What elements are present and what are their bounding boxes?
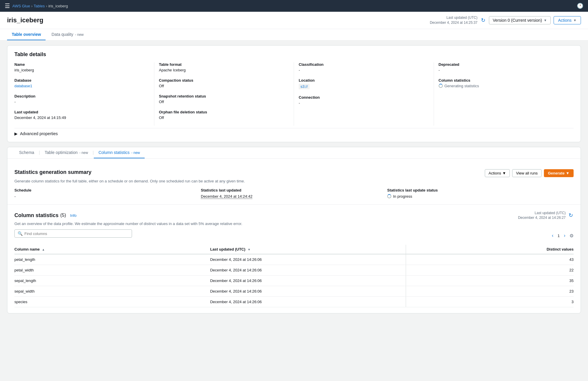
generate-button[interactable]: Generate ▼ xyxy=(544,169,574,177)
s3-location-value[interactable]: s3:// xyxy=(299,84,310,89)
in-progress-status: In progress xyxy=(387,194,574,199)
actions-button-header[interactable]: Actions ▼ xyxy=(554,16,581,24)
stats-grid: Schedule - Statistics last updated Decem… xyxy=(14,188,574,199)
tab-table-overview[interactable]: Table overview xyxy=(7,29,46,40)
generating-spinner-icon xyxy=(439,84,443,88)
table-row: sepal_length December 4, 2024 at 14:26:0… xyxy=(14,276,574,286)
stats-actions-chevron-icon: ▼ xyxy=(502,171,506,175)
col-stats-title: Column statistics xyxy=(14,212,59,219)
stats-summary-title: Statistics generation summary xyxy=(14,169,91,175)
col-stats-refresh-button[interactable]: ↻ xyxy=(568,212,574,219)
column-statistics-section: Column statistics (5) Info Last updated … xyxy=(7,205,581,313)
advanced-label: Advanced properties xyxy=(20,131,58,136)
col-stats-badge: - new xyxy=(131,151,140,155)
stats-update-status-item: Statistics last update status In progres… xyxy=(387,188,574,199)
stats-summary-header: Statistics generation summary Actions ▼ … xyxy=(14,169,574,177)
column-statistics-table: Column name ▲ Last updated (UTC) ▼ Disti… xyxy=(14,245,574,307)
table-row: petal_width December 4, 2024 at 14:26:06… xyxy=(14,265,574,276)
sort-column-name-icon[interactable]: ▲ xyxy=(42,248,45,251)
col-stats-last-updated: Last updated (UTC) December 4, 2024 at 1… xyxy=(518,211,566,221)
database-link[interactable]: database1 xyxy=(14,84,32,88)
actions-chevron-icon: ▼ xyxy=(573,19,577,22)
detail-database: Database database1 xyxy=(14,78,149,88)
cell-column-name: species xyxy=(14,297,210,307)
stats-actions: Actions ▼ View all runs Generate ▼ xyxy=(485,169,574,177)
last-updated-label: Last updated (UTC) xyxy=(430,15,477,20)
version-dropdown[interactable]: Version 0 (Current version) ▼ xyxy=(489,16,551,24)
table-opt-badge: - new xyxy=(79,151,88,155)
breadcrumb-tables[interactable]: Tables xyxy=(34,4,45,8)
version-chevron-icon: ▼ xyxy=(544,19,547,22)
sub-tab-column-statistics[interactable]: Column statistics - new xyxy=(94,147,145,158)
detail-location: Location s3:// xyxy=(299,78,429,89)
table-row: species December 4, 2024 at 14:26:06 3 xyxy=(14,297,574,307)
breadcrumb-sep-1: › xyxy=(31,4,32,8)
stats-actions-button[interactable]: Actions ▼ xyxy=(485,169,510,177)
view-all-runs-button[interactable]: View all runs xyxy=(512,169,541,177)
th-last-updated: Last updated (UTC) ▼ xyxy=(210,245,406,254)
generating-label: Generating statistics xyxy=(445,84,479,88)
search-icon: 🔍 xyxy=(18,231,23,236)
details-col-3: Classification - Location s3:// Connecti… xyxy=(294,62,434,126)
main-content: Table details Name iris_iceberg Database… xyxy=(0,41,588,323)
cell-column-name: petal_length xyxy=(14,254,210,265)
clock-icon: 🕐 xyxy=(577,3,583,9)
data-quality-badge: - new xyxy=(75,33,83,37)
info-link[interactable]: Info xyxy=(70,213,77,218)
col-stats-count: (5) xyxy=(60,213,66,218)
sub-tabs-bar: Schema | Table optimization - new | Colu… xyxy=(7,147,581,159)
cell-column-name: sepal_length xyxy=(14,276,210,286)
actions-label: Actions xyxy=(558,18,572,23)
table-row: petal_length December 4, 2024 at 14:26:0… xyxy=(14,254,574,265)
th-distinct-values: Distinct values xyxy=(406,245,574,254)
tab-data-quality[interactable]: Data quality - new xyxy=(47,29,88,40)
cell-last-updated: December 4, 2024 at 14:26:06 xyxy=(210,265,406,276)
cell-column-name: petal_width xyxy=(14,265,210,276)
col-stats-header: Column statistics (5) Info Last updated … xyxy=(14,211,574,221)
cell-last-updated: December 4, 2024 at 14:26:06 xyxy=(210,276,406,286)
cell-last-updated: December 4, 2024 at 14:26:06 xyxy=(210,254,406,265)
advanced-properties-toggle[interactable]: ▶ Advanced properties xyxy=(14,128,574,136)
cell-distinct-values: 22 xyxy=(406,265,574,276)
refresh-button[interactable]: ↻ xyxy=(480,16,486,24)
th-column-name: Column name ▲ xyxy=(14,245,210,254)
in-progress-spinner-icon xyxy=(387,194,391,198)
breadcrumb-current: iris_iceberg xyxy=(48,4,68,8)
details-col-1: Name iris_iceberg Database database1 Des… xyxy=(14,62,154,126)
detail-column-statistics: Column statistics Generating statistics xyxy=(439,78,569,88)
table-details-title: Table details xyxy=(14,51,574,58)
table-details-grid: Name iris_iceberg Database database1 Des… xyxy=(14,62,574,126)
column-search-wrap: 🔍 xyxy=(14,229,132,238)
table-row: sepal_width December 4, 2024 at 14:26:06… xyxy=(14,286,574,297)
cell-last-updated: December 4, 2024 at 14:26:06 xyxy=(210,286,406,297)
breadcrumb-sep-2: › xyxy=(46,4,47,8)
stats-summary-section: Statistics generation summary Actions ▼ … xyxy=(7,163,581,205)
page-title: iris_iceberg xyxy=(7,16,44,24)
detail-deprecated: Deprecated - xyxy=(439,62,569,72)
top-navigation: ☰ AWS Glue › Tables › iris_iceberg 🕐 xyxy=(0,0,588,12)
next-page-button[interactable]: › xyxy=(562,232,567,239)
pagination: ‹ 1 › ⚙ xyxy=(550,232,574,239)
prev-page-button[interactable]: ‹ xyxy=(550,232,555,239)
details-col-2: Table format Apache Iceberg Compaction s… xyxy=(154,62,294,126)
version-label: Version 0 (Current version) xyxy=(493,18,542,23)
table-details-card: Table details Name iris_iceberg Database… xyxy=(7,45,581,142)
detail-name: Name iris_iceberg xyxy=(14,62,149,72)
detail-last-updated: Last updated December 4, 2024 at 14:15:4… xyxy=(14,110,149,120)
sub-tab-table-optimization[interactable]: Table optimization - new xyxy=(40,147,93,158)
last-updated-value: December 4, 2024 at 14:25:37 xyxy=(430,20,477,25)
breadcrumb-aws-glue[interactable]: AWS Glue xyxy=(12,4,30,8)
cell-distinct-values: 35 xyxy=(406,276,574,286)
breadcrumb: AWS Glue › Tables › iris_iceberg xyxy=(12,4,68,8)
details-col-4: Deprecated - Column statistics Generatin… xyxy=(434,62,574,126)
sub-tab-schema[interactable]: Schema xyxy=(14,147,39,158)
table-settings-button[interactable]: ⚙ xyxy=(569,233,574,239)
menu-icon[interactable]: ☰ xyxy=(5,2,10,9)
generate-chevron-icon: ▼ xyxy=(566,171,569,175)
cell-distinct-values: 3 xyxy=(406,297,574,307)
cell-distinct-values: 43 xyxy=(406,254,574,265)
column-search-input[interactable] xyxy=(24,231,129,236)
in-progress-label: In progress xyxy=(393,194,412,199)
sort-last-updated-icon[interactable]: ▼ xyxy=(248,248,250,251)
main-tabs-bar: Table overview Data quality - new xyxy=(0,29,588,41)
